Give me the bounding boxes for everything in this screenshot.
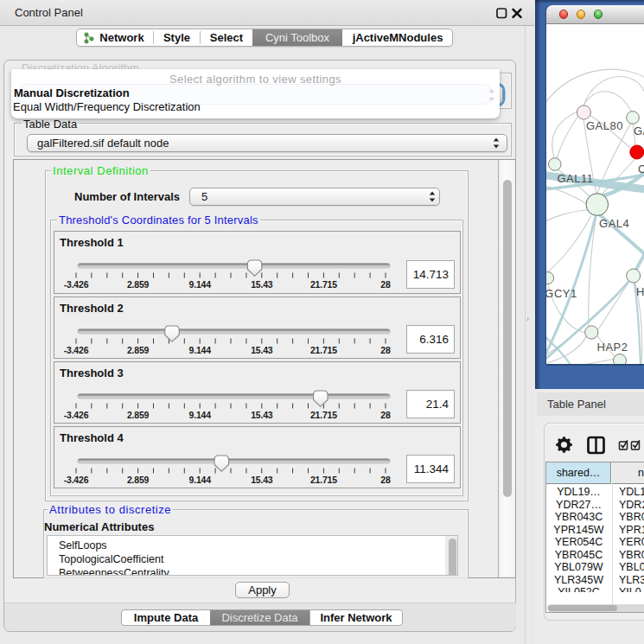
- svg-text:21.715: 21.715: [310, 475, 337, 485]
- svg-text:15.43: 15.43: [251, 475, 273, 485]
- svg-text:Threshold 2: Threshold 2: [60, 302, 124, 315]
- svg-text:-3.426: -3.426: [64, 345, 89, 355]
- svg-text:GCY1: GCY1: [546, 287, 577, 300]
- svg-text:GAL80: GAL80: [586, 119, 623, 132]
- svg-text:9.144: 9.144: [189, 475, 212, 485]
- svg-text:Threshold 1: Threshold 1: [60, 236, 124, 249]
- svg-text:9.144: 9.144: [189, 345, 212, 355]
- svg-text:GAL11: GAL11: [557, 172, 593, 185]
- svg-text:21.715: 21.715: [310, 410, 337, 420]
- svg-text:21.715: 21.715: [310, 345, 337, 355]
- svg-text:9.144: 9.144: [189, 410, 212, 420]
- svg-text:Threshold 3: Threshold 3: [60, 367, 124, 379]
- svg-text:28: 28: [380, 475, 391, 485]
- svg-text:-3.426: -3.426: [64, 279, 89, 290]
- svg-text:21.715: 21.715: [310, 279, 337, 290]
- svg-text:28: 28: [380, 345, 391, 355]
- svg-text:HAP2: HAP2: [597, 341, 628, 354]
- svg-text:HA: HA: [636, 285, 644, 298]
- svg-text:2.859: 2.859: [127, 475, 150, 485]
- svg-text:2.859: 2.859: [127, 410, 150, 420]
- svg-text:15.43: 15.43: [251, 410, 273, 420]
- svg-text:28: 28: [380, 279, 391, 290]
- svg-text:GA: GA: [634, 124, 644, 137]
- svg-text:-3.426: -3.426: [64, 410, 89, 420]
- svg-text:15.43: 15.43: [251, 279, 273, 290]
- svg-text:C: C: [638, 163, 644, 175]
- svg-text:9.144: 9.144: [189, 279, 212, 290]
- svg-text:-3.426: -3.426: [64, 475, 89, 485]
- svg-text:Threshold 4: Threshold 4: [60, 431, 124, 444]
- svg-text:15.43: 15.43: [251, 345, 273, 355]
- svg-text:2.859: 2.859: [127, 279, 150, 290]
- svg-text:2.859: 2.859: [127, 345, 150, 355]
- svg-text:28: 28: [380, 410, 391, 420]
- svg-text:GAL4: GAL4: [599, 217, 629, 230]
